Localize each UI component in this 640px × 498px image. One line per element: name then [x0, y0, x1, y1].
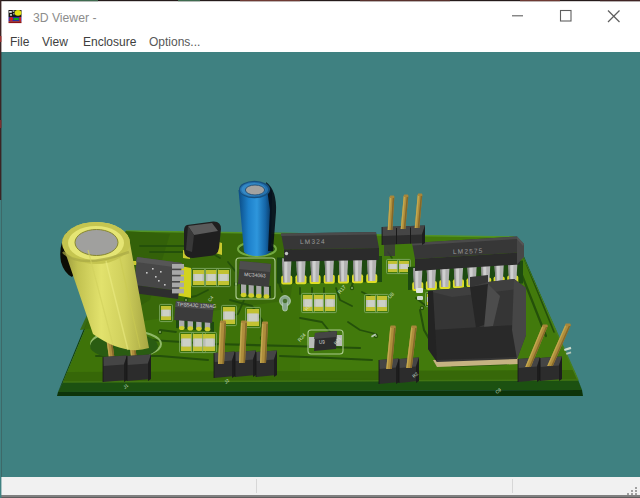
svg-text:View: View: [42, 35, 68, 49]
svg-text:LM324: LM324: [300, 238, 326, 245]
svg-text:3D Viewer -: 3D Viewer -: [33, 11, 96, 25]
svg-text:Enclosure: Enclosure: [83, 35, 137, 49]
svg-text:LM2575: LM2575: [453, 247, 484, 255]
svg-text:File: File: [10, 35, 30, 49]
svg-text:Options...: Options...: [149, 35, 200, 49]
svg-text:U9: U9: [319, 340, 325, 345]
